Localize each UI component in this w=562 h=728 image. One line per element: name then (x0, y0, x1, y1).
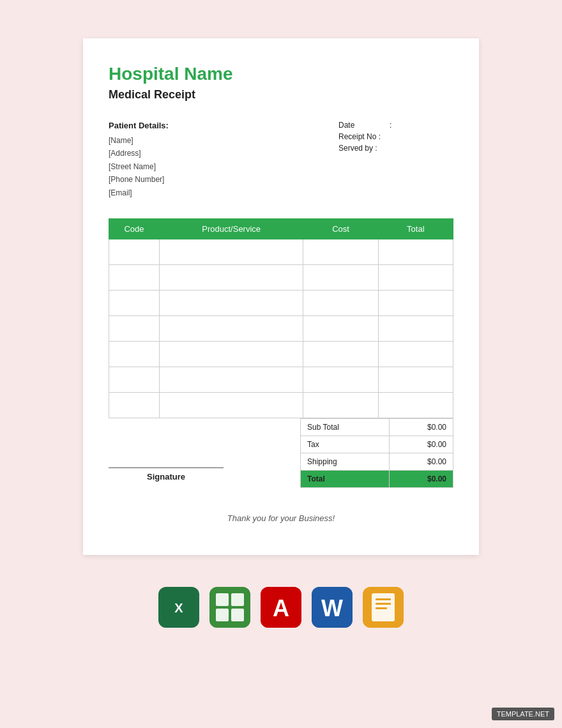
served-by-label: Served by : (338, 144, 390, 153)
svg-text:W: W (321, 595, 343, 621)
svg-text:X: X (174, 601, 183, 615)
numbers-icon[interactable] (209, 587, 250, 628)
cell-total (378, 392, 453, 418)
cell-cost (303, 239, 378, 264)
tax-row: Tax $0.00 (301, 436, 453, 453)
receipt-document: Hospital Name Medical Receipt Patient De… (83, 38, 479, 555)
cell-total (378, 315, 453, 341)
patient-address: [Address] (109, 147, 169, 160)
cell-code (109, 264, 160, 290)
cell-code (109, 290, 160, 315)
col-cost: Cost (303, 218, 378, 239)
cell-cost (303, 392, 378, 418)
table-row (109, 367, 453, 392)
date-label: Date (338, 121, 390, 130)
receipt-no-row: Receipt No : (338, 132, 453, 141)
watermark: TEMPLATE.NET (492, 708, 554, 720)
thank-you: Thank you for your Business! (109, 513, 453, 523)
subtotal-row: Sub Total $0.00 (301, 418, 453, 436)
date-row: Date : (338, 121, 453, 130)
patient-email: [Email] (109, 186, 169, 199)
shipping-row: Shipping $0.00 (301, 453, 453, 470)
app-icons-row: X A W (158, 587, 404, 628)
cell-product (159, 392, 303, 418)
table-row (109, 341, 453, 367)
table-row (109, 239, 453, 264)
cell-product (159, 239, 303, 264)
table-row (109, 290, 453, 315)
totals-table: Sub Total $0.00 Tax $0.00 Shipping $0.00… (300, 418, 453, 488)
col-total: Total (378, 218, 453, 239)
cell-code (109, 239, 160, 264)
receipt-title: Medical Receipt (109, 88, 453, 102)
cell-total (378, 264, 453, 290)
patient-name: [Name] (109, 134, 169, 147)
shipping-value: $0.00 (389, 453, 453, 470)
cell-product (159, 367, 303, 392)
subtotal-value: $0.00 (389, 418, 453, 436)
receipt-info: Date : Receipt No : Served by : (338, 121, 453, 199)
patient-info: Patient Details: [Name] [Address] [Stree… (109, 121, 169, 199)
table-row (109, 315, 453, 341)
total-row: Total $0.00 (301, 470, 453, 487)
col-product: Product/Service (159, 218, 303, 239)
tax-value: $0.00 (389, 436, 453, 453)
cell-cost (303, 315, 378, 341)
receipt-no-label: Receipt No : (338, 132, 390, 141)
cell-cost (303, 341, 378, 367)
cell-product (159, 264, 303, 290)
pages-icon[interactable] (363, 587, 404, 628)
table-row (109, 392, 453, 418)
cell-code (109, 392, 160, 418)
svg-rect-4 (231, 593, 244, 606)
cell-code (109, 367, 160, 392)
table-row (109, 264, 453, 290)
cell-code (109, 341, 160, 367)
info-section: Patient Details: [Name] [Address] [Stree… (109, 121, 453, 199)
word-icon[interactable]: W (312, 587, 353, 628)
cell-product (159, 315, 303, 341)
svg-rect-13 (376, 598, 391, 600)
items-table: Code Product/Service Cost Total (109, 218, 453, 418)
svg-text:A: A (273, 595, 289, 621)
signature-label: Signature (147, 472, 185, 482)
signature-line (109, 467, 224, 468)
cell-cost (303, 367, 378, 392)
svg-rect-2 (209, 587, 250, 628)
patient-phone: [Phone Number] (109, 173, 169, 186)
svg-rect-5 (216, 609, 229, 621)
cell-total (378, 341, 453, 367)
cell-product (159, 341, 303, 367)
shipping-label: Shipping (301, 453, 390, 470)
patient-details-label: Patient Details: (109, 121, 169, 130)
total-value: $0.00 (389, 470, 453, 487)
cell-total (378, 367, 453, 392)
svg-rect-6 (231, 609, 244, 621)
served-by-row: Served by : (338, 144, 453, 153)
tax-label: Tax (301, 436, 390, 453)
cell-total (378, 239, 453, 264)
signature-section: Signature (109, 429, 224, 488)
bottom-section: Signature Sub Total $0.00 Tax $0.00 Ship… (109, 418, 453, 488)
excel-icon[interactable]: X (158, 587, 199, 628)
svg-rect-15 (376, 607, 387, 609)
cell-cost (303, 264, 378, 290)
cell-code (109, 315, 160, 341)
col-code: Code (109, 218, 160, 239)
patient-street: [Street Name] (109, 160, 169, 173)
hospital-name: Hospital Name (109, 64, 453, 84)
svg-rect-14 (376, 603, 391, 605)
subtotal-label: Sub Total (301, 418, 390, 436)
cell-total (378, 290, 453, 315)
date-colon: : (390, 121, 391, 130)
cell-cost (303, 290, 378, 315)
total-label: Total (301, 470, 390, 487)
cell-product (159, 290, 303, 315)
svg-rect-3 (216, 593, 229, 606)
acrobat-icon[interactable]: A (261, 587, 301, 628)
